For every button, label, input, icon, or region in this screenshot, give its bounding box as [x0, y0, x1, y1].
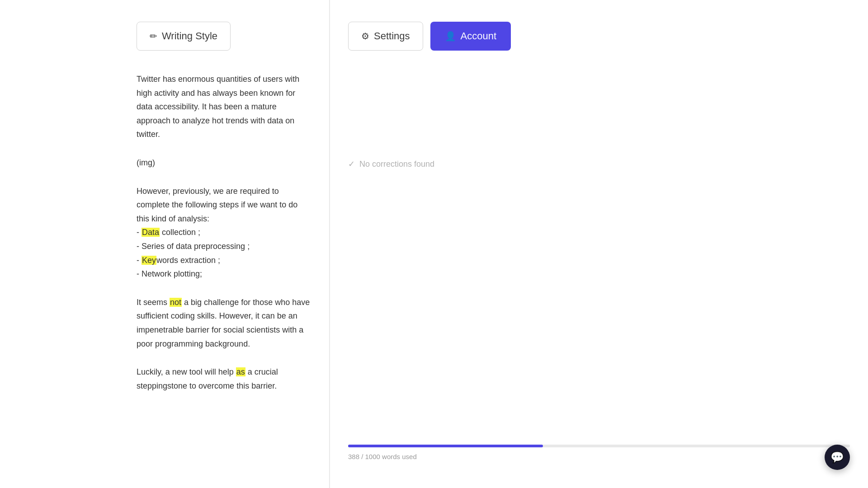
account-button[interactable]: 👤 Account — [430, 22, 511, 51]
paragraph-3-text: However, previously, we are required to … — [137, 187, 297, 223]
paragraph-5-prefix: Luckily, a new tool will help — [137, 367, 236, 376]
paragraph-5-highlight: as — [236, 367, 245, 376]
paragraph-4-highlight: not — [170, 298, 182, 307]
paragraph-1-text: Twitter has enormous quantities of users… — [137, 75, 299, 139]
no-corrections-text: No corrections found — [359, 160, 434, 169]
writing-style-icon: ✏ — [150, 31, 157, 42]
right-panel: ⚙ Settings 👤 Account ✓ No corrections fo… — [330, 0, 868, 488]
writing-style-label: Writing Style — [162, 30, 217, 42]
account-label: Account — [461, 30, 497, 42]
vertical-divider — [329, 0, 330, 488]
account-icon: 👤 — [445, 31, 456, 42]
paragraph-img: (img) — [137, 156, 311, 170]
top-bar-left: ✏ Writing Style — [0, 0, 330, 51]
content-area: Twitter has enormous quantities of users… — [0, 51, 330, 425]
progress-bar-fill — [348, 445, 543, 447]
list-item-1-highlight: Data — [142, 228, 160, 237]
list-item-1-suffix: collection ; — [160, 228, 200, 237]
word-count-area: 388 / 1000 words used — [348, 445, 850, 461]
list-item-3-prefix: - — [137, 256, 142, 265]
list-item-4: - Network plotting; — [137, 269, 202, 278]
settings-icon: ⚙ — [361, 31, 369, 42]
paragraph-3: However, previously, we are required to … — [137, 184, 311, 281]
paragraph-4: It seems not a big challenge for those w… — [137, 296, 311, 351]
progress-bar-container — [348, 445, 850, 447]
paragraph-4-prefix: It seems — [137, 298, 170, 307]
settings-button[interactable]: ⚙ Settings — [348, 22, 423, 51]
writing-style-button[interactable]: ✏ Writing Style — [137, 22, 231, 51]
paragraph-1: Twitter has enormous quantities of users… — [137, 72, 311, 141]
list-item-3-highlight: Key — [142, 256, 156, 265]
no-corrections-area: ✓ No corrections found — [330, 141, 868, 169]
paragraph-5: Luckily, a new tool will help as a cruci… — [137, 365, 311, 393]
list-item-3-suffix: words extraction ; — [156, 256, 220, 265]
list-item-1-prefix: - — [137, 228, 142, 237]
chat-icon: 💬 — [830, 451, 844, 464]
left-panel: ✏ Writing Style Twitter has enormous qua… — [0, 0, 330, 488]
top-bar-right: ⚙ Settings 👤 Account — [330, 0, 868, 51]
list-item-2: - Series of data preprocessing ; — [137, 242, 250, 251]
chat-button[interactable]: 💬 — [825, 445, 850, 470]
check-icon: ✓ — [348, 159, 355, 169]
settings-label: Settings — [374, 30, 410, 42]
word-count-label: 388 / 1000 words used — [348, 453, 417, 460]
img-placeholder: (img) — [137, 158, 155, 167]
